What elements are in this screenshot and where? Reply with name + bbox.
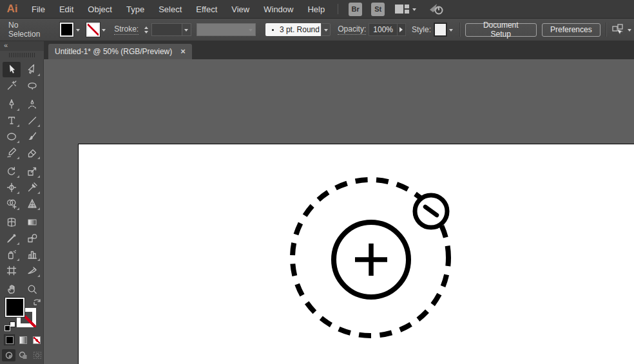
shape-builder-tool[interactable] [3, 196, 21, 211]
hand-icon [6, 283, 17, 295]
gradient-tool[interactable] [23, 215, 41, 230]
stock-button[interactable]: St [371, 3, 385, 16]
opacity-label[interactable]: Opacity: [338, 24, 366, 35]
type-tool[interactable] [3, 113, 21, 128]
preferences-button[interactable]: Preferences [542, 23, 600, 37]
width-profile-dropdown [197, 23, 256, 36]
double-chevron-left-icon: « [4, 41, 8, 49]
width-tool[interactable] [3, 180, 21, 195]
toolbar-grip[interactable] [0, 51, 44, 59]
zoom-tool[interactable] [23, 282, 41, 297]
brush-chevron-down-icon[interactable] [321, 23, 331, 36]
hand-tool[interactable] [3, 282, 21, 297]
menu-effect[interactable]: Effect [189, 0, 224, 19]
color-button[interactable] [5, 335, 14, 345]
magic-wand-icon [6, 80, 17, 91]
line-segment-tool[interactable] [23, 113, 41, 128]
mesh-tool[interactable] [3, 215, 21, 230]
puppet-warp-tool[interactable] [23, 180, 41, 195]
artboard[interactable] [78, 144, 634, 364]
menu-view[interactable]: View [224, 0, 256, 19]
rotate-tool[interactable] [3, 164, 21, 179]
draw-inside-button[interactable] [30, 349, 44, 361]
menu-select[interactable]: Select [151, 0, 189, 19]
curvature-icon [26, 99, 38, 110]
lasso-tool[interactable] [23, 78, 41, 93]
select-similar-chevron-down-icon[interactable] [626, 23, 634, 37]
symbol-sprayer-tool[interactable] [3, 247, 21, 262]
fill-color-swatch[interactable] [5, 298, 24, 317]
menu-help[interactable]: Help [300, 0, 332, 19]
ellipse-tool[interactable] [3, 129, 21, 144]
curvature-tool[interactable] [23, 97, 41, 112]
line-segment-icon [26, 115, 38, 126]
blend-tool[interactable] [23, 231, 41, 246]
select-similar-icon[interactable] [611, 24, 626, 35]
workspace-switcher-icon[interactable] [394, 4, 410, 14]
eraser-tool[interactable] [23, 145, 41, 160]
menu-edit[interactable]: Edit [52, 0, 81, 19]
selection-tool[interactable] [3, 62, 21, 77]
brush-preview-dot [272, 29, 274, 31]
perspective-grid-tool[interactable] [23, 196, 41, 211]
artboard-icon [6, 265, 17, 276]
column-graph-tool[interactable] [23, 247, 41, 262]
selection-status: No Selection [8, 21, 50, 39]
stroke-chevron-down-icon[interactable] [100, 23, 108, 37]
none-button[interactable] [32, 335, 41, 345]
document-tab[interactable]: Untitled-1* @ 50% (RGB/Preview) × [48, 44, 192, 59]
stroke-weight-label[interactable]: Stroke: [114, 24, 139, 35]
pen-tool[interactable] [3, 97, 21, 112]
shaper-tool[interactable] [3, 145, 21, 160]
menu-file[interactable]: File [24, 0, 52, 19]
direct-selection-tool[interactable] [23, 62, 41, 77]
scale-tool[interactable] [23, 164, 41, 179]
tab-bar: « Untitled-1* @ 50% (RGB/Preview) × [0, 41, 634, 59]
draw-behind-button[interactable] [16, 349, 30, 361]
stroke-weight-input[interactable] [151, 23, 182, 36]
fill-swatch[interactable] [60, 23, 73, 37]
document-setup-button[interactable]: Document Setup [465, 23, 537, 37]
perspective-grid-icon [26, 198, 38, 209]
controlbar-separator [459, 23, 460, 37]
bridge-button[interactable]: Br [349, 3, 362, 16]
default-fill-stroke-icon[interactable] [5, 321, 15, 331]
brush-definition-dropdown[interactable]: 3 pt. Round [265, 23, 321, 36]
opacity-arrow-right-icon[interactable] [398, 23, 406, 36]
eyedropper-icon [6, 233, 17, 244]
tab-close-icon[interactable]: × [180, 48, 186, 55]
canvas-pasteboard[interactable] [44, 59, 634, 364]
style-chevron-down-icon[interactable] [447, 23, 455, 37]
fill-stroke-controls [0, 296, 44, 334]
menu-window[interactable]: Window [256, 0, 300, 19]
type-icon [6, 115, 17, 126]
paintbrush-tool[interactable] [23, 129, 41, 144]
artboard-tool[interactable] [3, 263, 21, 278]
draw-normal-button[interactable] [2, 349, 15, 361]
draw-normal-icon [5, 351, 14, 359]
draw-inside-icon [33, 351, 42, 359]
slice-icon [26, 265, 38, 276]
workspace-chevron-down-icon[interactable] [410, 2, 419, 16]
stroke-weight-chevron-down-icon[interactable] [182, 23, 191, 36]
atom-artwork[interactable] [79, 144, 634, 364]
direct-selection-icon [26, 64, 38, 75]
paintbrush-icon [26, 131, 38, 142]
menu-type[interactable]: Type [119, 0, 151, 19]
eyedropper-tool[interactable] [3, 231, 21, 246]
stroke-weight-stepper[interactable] [142, 24, 149, 35]
slice-tool[interactable] [23, 263, 41, 278]
magic-wand-tool[interactable] [3, 78, 21, 93]
gradient-button[interactable] [18, 335, 28, 345]
eraser-icon [26, 147, 38, 158]
panel-collapse-button[interactable]: « [0, 41, 44, 51]
content-area [0, 59, 634, 364]
stroke-swatch[interactable] [86, 23, 100, 37]
style-swatch[interactable] [434, 23, 447, 36]
fill-chevron-down-icon[interactable] [73, 23, 82, 37]
selection-icon [6, 64, 17, 75]
column-graph-icon [26, 249, 38, 260]
gpu-performance-icon[interactable] [428, 2, 446, 16]
menu-object[interactable]: Object [81, 0, 119, 19]
opacity-input[interactable]: 100% [369, 23, 397, 36]
